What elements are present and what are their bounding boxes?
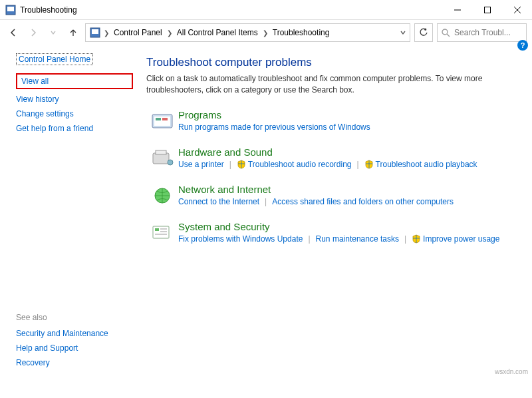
separator: | [265,197,267,206]
maximize-button[interactable] [472,0,502,20]
search-placeholder: Search Troubl... [454,28,511,37]
main-panel: ? Troubleshoot computer problems Click o… [140,45,532,378]
app-icon [5,5,16,15]
svg-rect-22 [155,234,167,235]
category-title[interactable]: Programs [178,109,516,120]
svg-rect-19 [155,228,159,231]
shield-icon [237,160,246,169]
chevron-right-icon[interactable]: ❯ [262,29,269,37]
svg-rect-20 [160,228,167,230]
page-heading: Troubleshoot computer problems [146,56,516,69]
nav-bar: ❯ Control Panel ❯ All Control Panel Item… [0,20,532,45]
svg-rect-15 [156,150,166,154]
breadcrumb-item[interactable]: Control Panel [112,28,164,37]
windows-update-link[interactable]: Fix problems with Windows Update [178,234,303,244]
svg-rect-1 [7,7,14,11]
category-network: Network and Internet Connect to the Inte… [146,184,516,206]
breadcrumb-item[interactable]: All Control Panel Items [176,28,259,37]
view-history-link[interactable]: View history [16,95,133,104]
back-button[interactable] [5,25,21,41]
shared-files-link[interactable]: Access shared files and folders on other… [272,197,454,206]
power-usage-link[interactable]: Improve power usage [423,234,499,244]
page-description: Click on a task to automatically trouble… [146,73,505,96]
category-title[interactable]: Hardware and Sound [178,146,516,158]
chevron-down-icon[interactable] [399,29,407,36]
help-icon[interactable]: ? [517,40,528,51]
window-title: Troubleshooting [20,5,442,15]
category-system-security: System and Security Fix problems with Wi… [146,221,516,244]
svg-rect-21 [160,231,167,232]
svg-line-9 [447,34,450,37]
separator: | [229,160,231,169]
chevron-right-icon[interactable]: ❯ [103,29,110,37]
hardware-icon [146,146,178,169]
shield-icon [364,160,374,169]
connect-internet-link[interactable]: Connect to the Internet [178,197,259,206]
up-button[interactable] [65,25,81,41]
sidebar: Control Panel Home View all View history… [0,45,140,378]
title-bar: Troubleshooting [0,0,532,20]
category-hardware-sound: Hardware and Sound Use a printer | Troub… [146,146,516,169]
network-icon [146,184,178,206]
svg-rect-7 [92,29,98,34]
system-icon [146,221,178,244]
location-icon [90,27,100,38]
recent-dropdown[interactable] [45,25,61,41]
close-button[interactable] [502,0,532,20]
svg-point-8 [442,29,448,35]
category-title[interactable]: System and Security [178,221,516,232]
content-area: Control Panel Home View all View history… [0,45,532,378]
svg-rect-13 [162,118,168,120]
get-help-link[interactable]: Get help from a friend [16,124,133,133]
category-programs: Programs Run programs made for previous … [146,109,516,132]
search-input[interactable]: Search Troubl... [437,23,527,42]
separator: | [308,234,310,244]
category-title[interactable]: Network and Internet [178,184,516,195]
use-printer-link[interactable]: Use a printer [178,160,224,169]
forward-button[interactable] [25,25,41,41]
view-all-link[interactable]: View all [16,73,133,89]
recovery-link[interactable]: Recovery [16,358,133,367]
maintenance-link[interactable]: Run maintenance tasks [316,234,399,244]
search-icon [442,29,450,37]
separator: | [356,160,358,169]
separator: | [404,234,406,244]
control-panel-home-link[interactable]: Control Panel Home [16,53,93,65]
audio-recording-link[interactable]: Troubleshoot audio recording [248,160,352,169]
chevron-right-icon[interactable]: ❯ [166,29,173,37]
security-maintenance-link[interactable]: Security and Maintenance [16,329,133,338]
svg-point-16 [168,160,173,165]
see-also-label: See also [16,180,133,322]
refresh-button[interactable] [414,23,433,42]
watermark: wsxdn.com [495,368,528,375]
run-compat-link[interactable]: Run programs made for previous versions … [178,122,370,132]
shield-icon [412,234,421,244]
minimize-button[interactable] [442,0,472,20]
programs-icon [146,109,178,132]
svg-rect-3 [484,7,490,13]
change-settings-link[interactable]: Change settings [16,109,133,118]
svg-rect-12 [156,118,161,120]
breadcrumb-item[interactable]: Troubleshooting [271,28,331,37]
address-bar[interactable]: ❯ Control Panel ❯ All Control Panel Item… [85,23,410,42]
audio-playback-link[interactable]: Troubleshoot audio playback [376,160,477,169]
help-support-link[interactable]: Help and Support [16,343,133,353]
